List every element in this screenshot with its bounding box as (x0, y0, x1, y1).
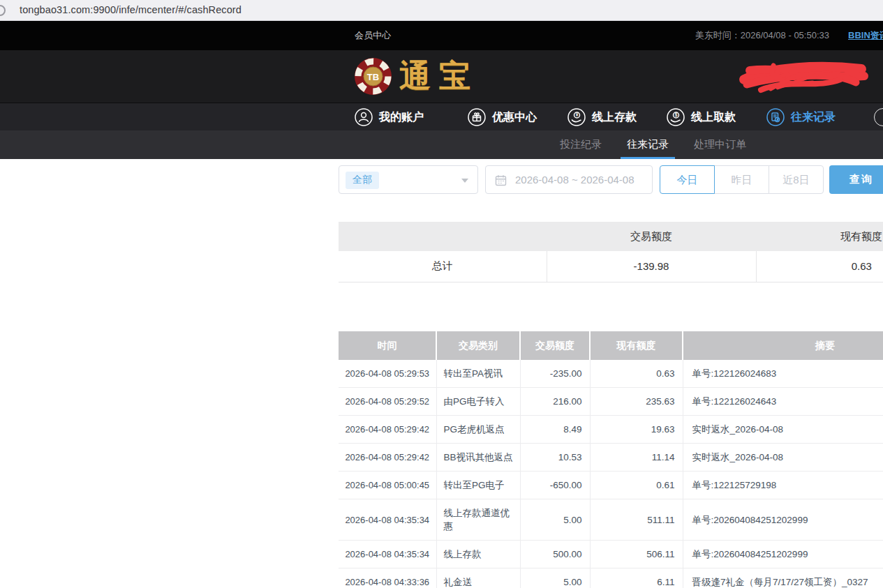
cell-type: 转出至PG电子 (436, 472, 520, 499)
nav-item-my-account[interactable]: 我的账户 (355, 103, 424, 131)
page-url: tongbao31.com:9900/infe/mcenter/#/cashRe… (20, 0, 242, 20)
site-header: TB 通宝 (0, 50, 883, 103)
tab-transaction-records[interactable]: 往来记录 (623, 130, 672, 159)
summary-total-row: 总计 -139.98 0.63 (339, 251, 883, 282)
cell-type: 转出至PA视讯 (436, 360, 520, 388)
table-row: 2026-04-08 05:29:52由PG电子转入216.00235.63单号… (339, 388, 883, 416)
cell-balance: 511.11 (590, 499, 683, 541)
cell-time: 2026-04-08 04:35:34 (339, 541, 436, 568)
cell-type: PG老虎机返点 (436, 416, 520, 444)
cell-summary: 实时返水_2026-04-08 (683, 416, 883, 444)
deposit-icon: ¥ (567, 108, 586, 126)
cell-amount: -650.00 (520, 472, 590, 499)
date-range-input[interactable]: 2026-04-08 ~ 2026-04-08 (485, 165, 653, 194)
redaction-scribble (734, 58, 871, 98)
tab-betting-records[interactable]: 投注纪录 (556, 130, 605, 159)
cell-type: 由PG电子转入 (436, 388, 520, 416)
summary-table: 交易额度 现有额度 总计 -139.98 0.63 (339, 222, 883, 282)
range-today-button[interactable]: 今日 (660, 165, 715, 194)
cell-amount: 8.49 (520, 416, 590, 444)
quick-range-group: 今日 昨日 近8日 (660, 165, 824, 194)
date-range-value: 2026-04-08 ~ 2026-04-08 (515, 166, 635, 193)
favicon-icon (0, 5, 6, 16)
cell-amount: 10.53 (520, 444, 590, 472)
top-bar: 会员中心 美东时间：2026/04/08 - 05:50:33 BBIN资讯 (0, 21, 883, 50)
cell-time: 2026-04-08 05:29:53 (339, 360, 436, 388)
server-time-label: 美东时间： (695, 30, 741, 40)
range-yesterday-button[interactable]: 昨日 (714, 165, 769, 194)
summary-transaction-value: -139.98 (547, 251, 756, 282)
table-row: 2026-04-08 04:35:34线上存款通道优惠5.00511.11单号:… (339, 499, 883, 541)
poker-chip-icon: TB (354, 57, 392, 96)
summary-header-row: 交易额度 现有额度 (339, 222, 883, 251)
nav-item-partial-icon[interactable] (874, 108, 883, 126)
main-navigation: 我的账户 优惠中心 ¥ 线上存款 $ 线上取款 往来记录 (0, 103, 883, 130)
cell-type: BB视讯其他返点 (436, 444, 520, 472)
withdraw-icon: $ (667, 108, 685, 126)
summary-total-label: 总计 (339, 251, 547, 282)
chevron-down-icon (461, 179, 468, 183)
header-time: 时间 (339, 331, 436, 360)
cell-summary: 单号:202604084251202999 (683, 499, 883, 541)
cell-amount: 5.00 (520, 568, 590, 588)
sub-navigation: 投注纪录 往来记录 处理中订单 (0, 130, 883, 159)
summary-header-empty (339, 222, 547, 251)
nav-item-online-withdrawal[interactable]: $ 线上取款 (667, 103, 736, 131)
range-last8days-button[interactable]: 近8日 (769, 165, 824, 194)
svg-text:TB: TB (367, 72, 379, 82)
nav-label: 线上存款 (592, 110, 637, 125)
cell-balance: 506.11 (590, 541, 683, 568)
cell-summary: 单号:202604084251202999 (683, 541, 883, 568)
summary-header-transaction: 交易额度 (547, 222, 756, 251)
transactions-table: 时间 交易类别 交易额度 现有额度 摘要 2026-04-08 05:29:53… (339, 331, 883, 588)
cell-time: 2026-04-08 05:00:45 (339, 472, 436, 499)
cell-type: 线上存款通道优惠 (436, 499, 520, 541)
cell-balance: 11.14 (590, 444, 683, 472)
nav-item-transaction-records[interactable]: 往来记录 (766, 103, 836, 131)
table-row: 2026-04-08 04:33:36礼金送5.006.11晋级逢7礼金（每月7… (339, 568, 883, 588)
nav-item-online-deposit[interactable]: ¥ 线上存款 (567, 103, 637, 131)
bbin-news-link[interactable]: BBIN资讯 (848, 21, 883, 50)
transactions-body: 2026-04-08 05:29:53转出至PA视讯-235.000.63单号:… (339, 360, 883, 588)
svg-text:$: $ (675, 112, 678, 118)
cell-type: 礼金送 (436, 568, 520, 588)
tab-pending-orders[interactable]: 处理中订单 (690, 130, 750, 159)
cell-summary: 晋级逢7礼金（每月7/17/27领工资）_0327 (683, 568, 883, 588)
nav-item-promotions[interactable]: 优惠中心 (468, 103, 537, 131)
type-filter-selected-tag[interactable]: 全部 (346, 172, 379, 189)
table-row: 2026-04-08 05:00:45转出至PG电子-650.000.61单号:… (339, 472, 883, 499)
cell-summary: 单号:122125729198 (683, 472, 883, 499)
nav-label: 往来记录 (791, 110, 836, 125)
calendar-icon (495, 174, 507, 186)
cell-balance: 0.61 (590, 472, 683, 499)
cell-amount: 500.00 (520, 541, 590, 568)
records-icon (766, 108, 785, 126)
cell-amount: 5.00 (520, 499, 590, 541)
table-row: 2026-04-08 04:35:34线上存款500.00506.11单号:20… (339, 541, 883, 568)
cell-amount: 216.00 (520, 388, 590, 416)
cell-time: 2026-04-08 04:33:36 (339, 568, 436, 588)
type-filter-select[interactable]: 全部 (339, 165, 478, 194)
brand-name[interactable]: 通宝 (399, 56, 479, 96)
cell-amount: -235.00 (520, 360, 590, 388)
header-summary: 摘要 (683, 331, 883, 360)
member-center-link[interactable]: 会员中心 (355, 21, 391, 50)
cell-time: 2026-04-08 05:29:52 (339, 388, 436, 416)
cell-summary: 单号:122126024683 (683, 360, 883, 388)
cell-time: 2026-04-08 05:29:42 (339, 444, 436, 472)
cell-balance: 0.63 (590, 360, 683, 388)
browser-address-bar[interactable]: tongbao31.com:9900/infe/mcenter/#/cashRe… (0, 0, 883, 21)
user-icon (355, 108, 373, 126)
brand-chip-logo[interactable]: TB (354, 57, 392, 98)
transactions-header-row: 时间 交易类别 交易额度 现有额度 摘要 (339, 331, 883, 360)
server-time: 美东时间：2026/04/08 - 05:50:33 (695, 21, 829, 50)
cell-balance: 235.63 (590, 388, 683, 416)
cell-balance: 6.11 (590, 568, 683, 588)
search-button[interactable]: 查询 (829, 165, 883, 194)
nav-label: 我的账户 (379, 110, 424, 125)
table-row: 2026-04-08 05:29:42BB视讯其他返点10.5311.14实时返… (339, 444, 883, 472)
cell-time: 2026-04-08 04:35:34 (339, 499, 436, 541)
header-amount: 交易额度 (520, 331, 590, 360)
table-row: 2026-04-08 05:29:42PG老虎机返点8.4919.63实时返水_… (339, 416, 883, 444)
summary-balance-value: 0.63 (756, 251, 883, 282)
